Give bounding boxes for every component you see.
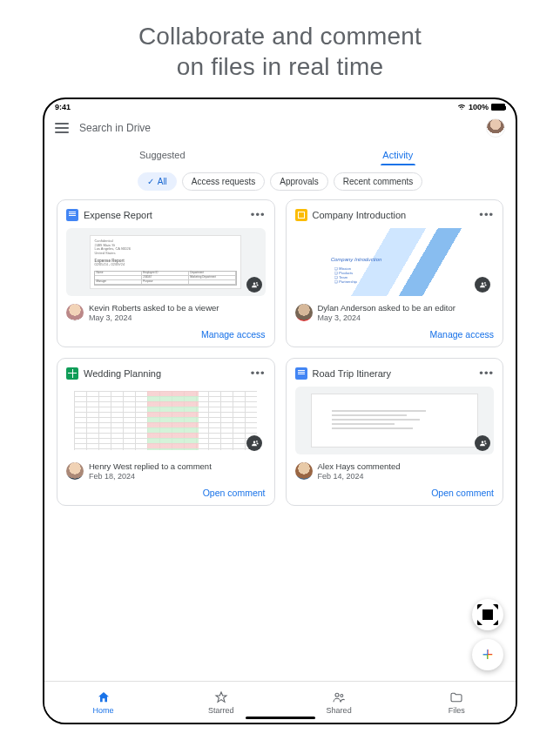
- status-time: 9:41: [55, 103, 71, 111]
- user-avatar: [66, 462, 84, 480]
- activity-date: May 3, 2024: [89, 313, 219, 322]
- user-avatar: [66, 304, 84, 321]
- file-title: Wedding Planning: [84, 368, 246, 379]
- manage-access-button[interactable]: Manage access: [66, 329, 266, 340]
- more-icon[interactable]: •••: [251, 371, 266, 377]
- more-icon[interactable]: •••: [479, 212, 494, 219]
- file-title: Road Trip Itinerary: [313, 368, 475, 379]
- scan-icon: [472, 599, 503, 630]
- nav-home[interactable]: Home: [44, 682, 162, 723]
- file-card[interactable]: Wedding Planning ••• Henry West replied …: [57, 358, 275, 506]
- manage-access-button[interactable]: Manage access: [295, 329, 495, 340]
- docs-icon: [66, 209, 78, 221]
- marketing-headline: Collaborate and comment on files in real…: [138, 0, 422, 98]
- folder-icon: [449, 690, 463, 704]
- tab-suggested[interactable]: Suggested: [44, 145, 280, 165]
- file-card[interactable]: Road Trip Itinerary ••• Alex Hays commen…: [286, 358, 504, 506]
- open-comment-button[interactable]: Open comment: [66, 488, 266, 498]
- people-icon: [332, 690, 346, 704]
- nav-files[interactable]: Files: [398, 682, 516, 723]
- scan-fab[interactable]: [472, 599, 503, 630]
- activity-date: Feb 18, 2024: [89, 472, 212, 481]
- docs-icon: [295, 367, 307, 380]
- sheets-icon: [66, 367, 78, 380]
- search-input[interactable]: Search in Drive: [79, 122, 476, 134]
- shared-badge-icon: [475, 435, 490, 451]
- home-indicator: [246, 717, 315, 719]
- activity-text: Kevin Roberts asked to be a viewer: [89, 303, 219, 313]
- home-icon: [97, 690, 111, 704]
- slides-icon: [295, 209, 307, 221]
- activity-date: Feb 14, 2024: [318, 472, 401, 481]
- chip-access-requests[interactable]: Access requests: [182, 172, 265, 191]
- chip-recent-comments[interactable]: Recent comments: [334, 172, 423, 191]
- file-thumbnail: [295, 387, 495, 454]
- file-thumbnail: Confidential2489 Main StLos Angeles, CA …: [66, 228, 266, 296]
- file-title: Company Introduction: [313, 210, 475, 220]
- file-thumbnail: Company Introduction Mission Products Te…: [295, 228, 495, 296]
- file-card[interactable]: Expense Report ••• Confidential2489 Main…: [57, 199, 275, 347]
- activity-text: Dylan Anderson asked to be an editor: [318, 303, 455, 313]
- shared-badge-icon: [246, 435, 262, 451]
- file-title: Expense Report: [84, 210, 246, 220]
- shared-badge-icon: [246, 277, 262, 293]
- svg-point-0: [335, 693, 339, 697]
- new-fab[interactable]: +: [472, 639, 503, 670]
- wifi-icon: [457, 104, 466, 111]
- file-card[interactable]: Company Introduction ••• Company Introdu…: [286, 199, 504, 347]
- filter-chips: ✓All Access requests Approvals Recent co…: [44, 165, 516, 199]
- activity-date: May 3, 2024: [318, 313, 455, 322]
- battery-percent: 100%: [469, 103, 489, 111]
- check-icon: ✓: [147, 177, 154, 186]
- tab-activity[interactable]: Activity: [280, 145, 516, 165]
- battery-icon: [491, 104, 505, 111]
- chip-all[interactable]: ✓All: [138, 172, 177, 191]
- star-icon: [214, 690, 228, 704]
- activity-text: Henry West replied to a comment: [89, 461, 212, 472]
- activity-text: Alex Hays commented: [318, 461, 401, 472]
- shared-badge-icon: [475, 277, 490, 293]
- plus-icon: +: [482, 645, 494, 664]
- tablet-frame: 9:41 100% Search in Drive Suggested Acti…: [43, 98, 517, 724]
- user-avatar: [295, 462, 313, 480]
- more-icon[interactable]: •••: [251, 212, 266, 219]
- open-comment-button[interactable]: Open comment: [295, 488, 495, 498]
- user-avatar: [295, 304, 313, 321]
- menu-icon[interactable]: [55, 123, 69, 133]
- chip-approvals[interactable]: Approvals: [270, 172, 327, 191]
- file-thumbnail: [66, 387, 266, 454]
- status-bar: 9:41 100%: [44, 99, 516, 113]
- account-avatar[interactable]: [486, 118, 505, 138]
- svg-point-1: [341, 694, 343, 697]
- more-icon[interactable]: •••: [479, 371, 494, 377]
